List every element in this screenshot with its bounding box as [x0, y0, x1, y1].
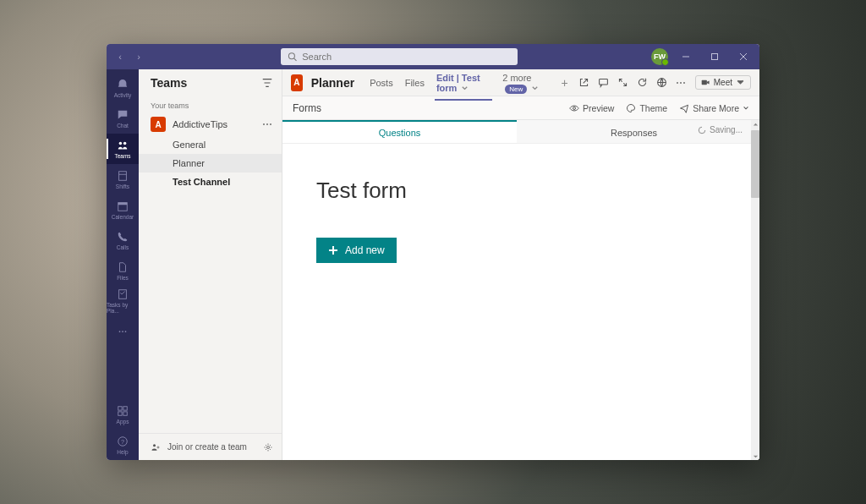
new-badge: New [505, 85, 527, 94]
tab-more-icon[interactable]: ⋯ [676, 77, 687, 89]
back-button[interactable]: ‹ [112, 48, 129, 65]
forward-button[interactable]: › [130, 48, 147, 65]
meet-label: Meet [714, 78, 732, 87]
meet-button[interactable]: Meet [695, 75, 751, 90]
rail-tasks[interactable]: Tasks by Pla... [107, 286, 139, 316]
scroll-up-icon [753, 122, 759, 128]
rail-label: Activity [114, 92, 132, 98]
chevron-down-icon [736, 78, 745, 87]
rail-label: Files [117, 275, 129, 281]
svg-point-27 [573, 107, 576, 109]
svg-point-23 [267, 446, 270, 448]
svg-point-14 [122, 331, 123, 332]
search-input[interactable] [302, 52, 511, 62]
tab-more[interactable]: 2 more New [501, 66, 551, 100]
chevron-down-icon [461, 85, 469, 92]
scroll-thumb[interactable] [751, 130, 759, 198]
filter-icon[interactable] [261, 77, 273, 89]
plus-icon [328, 245, 338, 255]
forms-toolbar: Forms Preview Theme Share More [282, 96, 759, 120]
team-name: AddictiveTips [173, 119, 255, 129]
form-tab-questions[interactable]: Questions [282, 120, 517, 143]
conversation-icon[interactable] [598, 77, 609, 88]
tab-files[interactable]: Files [403, 71, 426, 95]
open-external-icon[interactable] [578, 77, 589, 88]
team-more-icon[interactable]: ⋯ [262, 118, 273, 130]
tab-edit-form[interactable]: Edit | Test form [435, 66, 492, 100]
share-button[interactable]: Share More [679, 103, 749, 113]
team-tile: A [151, 117, 166, 132]
share-icon [679, 103, 689, 113]
share-label: Share More [693, 103, 739, 113]
theme-button[interactable]: Theme [626, 103, 667, 113]
left-rail: Activity Chat Teams Shifts Calendar Call… [107, 69, 139, 460]
theme-label: Theme [639, 103, 667, 113]
rail-shifts[interactable]: Shifts [107, 164, 139, 194]
join-team-icon [151, 442, 161, 452]
settings-icon[interactable] [263, 442, 273, 452]
join-team-link[interactable]: Join or create a team [167, 442, 247, 452]
svg-rect-3 [712, 54, 718, 60]
your-teams-label: Your teams [139, 96, 282, 113]
add-tab-button[interactable]: + [560, 69, 570, 96]
rail-teams[interactable]: Teams [107, 134, 139, 164]
close-button[interactable] [732, 47, 754, 66]
tab-more-label: 2 more [502, 73, 531, 83]
chevron-down-icon [743, 105, 749, 112]
teams-heading: Teams [151, 76, 187, 90]
rail-chat[interactable]: Chat [107, 103, 139, 134]
globe-icon[interactable] [656, 77, 667, 88]
svg-point-13 [119, 331, 121, 332]
channel-test[interactable]: Test Channel [139, 173, 282, 191]
reload-icon[interactable] [637, 77, 648, 88]
rail-label: Chat [117, 123, 129, 129]
forms-title: Forms [293, 102, 321, 114]
rail-label: Apps [117, 419, 129, 425]
channel-general[interactable]: General [139, 135, 282, 154]
maximize-button[interactable] [704, 47, 726, 66]
main-area: A Planner Posts Files Edit | Test form 2… [282, 69, 759, 460]
channel-planner[interactable]: Planner [139, 154, 282, 173]
search-box[interactable] [281, 48, 518, 65]
scroll-down-icon [753, 453, 759, 459]
svg-point-6 [119, 141, 123, 145]
channel-title: Planner [311, 76, 354, 90]
tab-posts[interactable]: Posts [368, 71, 395, 95]
palette-icon [626, 103, 636, 113]
rail-activity[interactable]: Activity [107, 73, 139, 103]
vertical-scrollbar[interactable] [751, 120, 759, 460]
eye-icon [569, 103, 579, 113]
teams-window: ‹ › FW Activity Chat [107, 44, 759, 460]
preview-button[interactable]: Preview [569, 103, 614, 113]
rail-label: Shifts [116, 184, 129, 189]
channel-tile: A [291, 74, 303, 91]
user-avatar[interactable]: FW [651, 48, 668, 65]
spinner-icon [698, 126, 706, 134]
preview-label: Preview [583, 103, 614, 113]
form-tabs: Questions Responses Saving... [282, 120, 751, 144]
rail-files[interactable]: Files [107, 255, 139, 286]
rail-apps[interactable]: Apps [107, 399, 139, 430]
titlebar: ‹ › FW [107, 44, 759, 69]
rail-label: Teams [114, 153, 130, 159]
teams-panel: Teams Your teams A AddictiveTips ⋯ Gener… [139, 69, 282, 460]
rail-help[interactable]: ? Help [107, 430, 139, 460]
svg-rect-8 [119, 171, 127, 180]
svg-rect-24 [599, 79, 607, 85]
rail-more[interactable] [107, 316, 139, 347]
saving-label: Saving... [710, 125, 743, 134]
form-area: Questions Responses Saving... Test form … [282, 120, 759, 460]
rail-calls[interactable]: Calls [107, 225, 139, 255]
team-row[interactable]: A AddictiveTips ⋯ [139, 113, 282, 135]
add-new-button[interactable]: Add new [316, 238, 397, 263]
minimize-button[interactable] [675, 47, 697, 66]
expand-icon[interactable] [617, 77, 628, 88]
rail-calendar[interactable]: Calendar [107, 194, 139, 225]
svg-rect-26 [701, 80, 706, 85]
form-title-heading[interactable]: Test form [316, 178, 717, 204]
chevron-down-icon [531, 85, 539, 92]
svg-line-1 [294, 58, 297, 61]
svg-rect-18 [118, 411, 122, 414]
video-icon [701, 78, 710, 87]
svg-point-22 [153, 444, 156, 446]
